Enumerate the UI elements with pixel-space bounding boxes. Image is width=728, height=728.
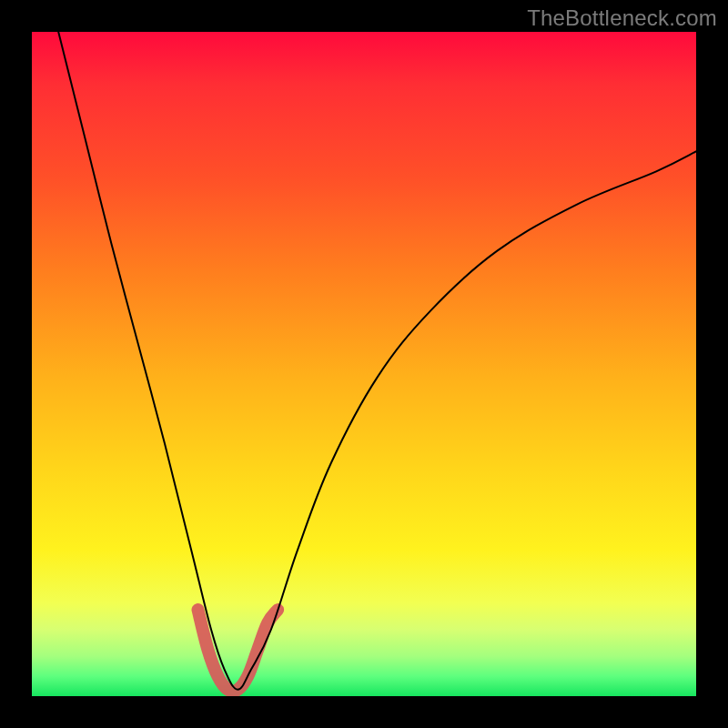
- plot-area: [32, 32, 696, 696]
- bottleneck-curve: [58, 32, 696, 690]
- chart-svg: [32, 32, 696, 696]
- chart-frame: TheBottleneck.com: [0, 0, 728, 728]
- watermark-label: TheBottleneck.com: [527, 5, 717, 31]
